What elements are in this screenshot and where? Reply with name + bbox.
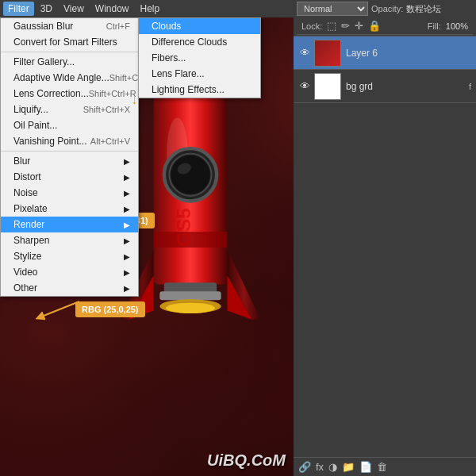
lock-brush-icon[interactable]: ✏ bbox=[341, 20, 350, 32]
filter-separator-1 bbox=[1, 52, 138, 52]
new-group-icon[interactable]: 📁 bbox=[342, 461, 355, 473]
filter-lens-correction[interactable]: Lens Correction... Shift+Ctrl+R bbox=[1, 86, 138, 102]
layer-eye-bggrd[interactable]: 👁 bbox=[298, 80, 311, 93]
svg-point-5 bbox=[171, 155, 210, 194]
lock-row: Lock: ⬚ ✏ ✛ 🔒 Fill: 100% bbox=[297, 17, 473, 35]
adjustment-layer-icon[interactable]: ◑ bbox=[328, 461, 337, 473]
filter-sharpen[interactable]: Sharpen bbox=[1, 232, 138, 248]
menu-filter[interactable]: Filter bbox=[3, 2, 34, 16]
lock-position-icon[interactable]: ✛ bbox=[355, 20, 363, 32]
filter-oil-paint[interactable]: Oil Paint... bbox=[1, 117, 138, 133]
layer-name-layer6: Layer 6 bbox=[346, 48, 378, 59]
render-clouds[interactable]: Clouds bbox=[139, 18, 260, 34]
fx-icon[interactable]: fx bbox=[316, 461, 324, 473]
layer-thumb-bggrd bbox=[314, 73, 341, 100]
filter-separator-2 bbox=[1, 151, 138, 152]
menu-3d[interactable]: 3D bbox=[36, 2, 57, 16]
filter-blur[interactable]: Blur bbox=[1, 153, 138, 169]
svg-rect-10 bbox=[159, 291, 221, 300]
menu-window[interactable]: Window bbox=[90, 2, 134, 16]
opacity-value: 数程论坛 bbox=[406, 3, 441, 15]
layers-panel: Normal Opacity: 数程论坛 Lock: ⬚ ✏ ✛ 🔒 Fill:… bbox=[294, 0, 476, 476]
filter-pixelate[interactable]: Pixelate bbox=[1, 201, 138, 217]
filter-convert-smart[interactable]: Convert for Smart Filters bbox=[1, 34, 138, 50]
layer-item-layer6[interactable]: 👁 Layer 6 bbox=[294, 36, 476, 70]
render-difference-clouds[interactable]: Difference Clouds bbox=[139, 34, 260, 50]
menu-help[interactable]: Help bbox=[136, 2, 165, 16]
panel-bottom-bar: 🔗 fx ◑ 📁 📄 🗑 bbox=[294, 457, 476, 476]
lock-all-icon[interactable]: 🔒 bbox=[368, 20, 381, 32]
svg-point-12 bbox=[166, 303, 215, 313]
render-lighting-effects[interactable]: Lighting Effects... bbox=[139, 82, 260, 98]
filter-noise[interactable]: Noise bbox=[1, 185, 138, 201]
filter-menu: Gaussian Blur Ctrl+F Convert for Smart F… bbox=[0, 17, 139, 297]
render-lens-flare[interactable]: Lens Flare... bbox=[139, 66, 260, 82]
filter-liquify[interactable]: Liquify... Shift+Ctrl+X bbox=[1, 102, 138, 117]
blend-mode-select[interactable]: Normal bbox=[297, 2, 368, 16]
fill-label: Fill: bbox=[428, 21, 441, 31]
filter-distort[interactable]: Distort bbox=[1, 169, 138, 185]
render-arrow-indicator: ↓ bbox=[131, 91, 138, 108]
menu-view[interactable]: View bbox=[59, 2, 89, 16]
panel-topbar: Normal Opacity: 数程论坛 Lock: ⬚ ✏ ✛ 🔒 Fill:… bbox=[294, 0, 476, 36]
fill-value: 100% bbox=[446, 21, 468, 31]
filter-render[interactable]: Render bbox=[1, 217, 138, 232]
callout-rbg2: RBG (25,0,25) bbox=[75, 301, 145, 317]
watermark-bottom: UiBQ.CoM bbox=[207, 451, 286, 470]
blend-row: Normal Opacity: 数程论坛 bbox=[297, 2, 473, 16]
svg-text:GS5: GS5 bbox=[173, 208, 194, 247]
filter-adaptive[interactable]: Adaptive Wide Angle... Shift+Ctrl+A bbox=[1, 70, 138, 86]
layer-thumb-layer6 bbox=[314, 40, 341, 67]
filter-other[interactable]: Other bbox=[1, 280, 138, 296]
lock-transparent-icon[interactable]: ⬚ bbox=[327, 20, 336, 32]
lock-label: Lock: bbox=[301, 21, 322, 31]
layer-eye-layer6[interactable]: 👁 bbox=[298, 47, 311, 60]
filter-gallery[interactable]: Filter Gallery... bbox=[1, 54, 138, 70]
link-layers-icon[interactable]: 🔗 bbox=[298, 461, 311, 473]
delete-layer-icon[interactable]: 🗑 bbox=[377, 461, 387, 473]
filter-video[interactable]: Video bbox=[1, 264, 138, 280]
menubar: Filter 3D View Window Help bbox=[0, 0, 294, 17]
opacity-label: Opacity: bbox=[371, 4, 403, 13]
new-layer-icon[interactable]: 📄 bbox=[359, 461, 372, 473]
filter-stylize[interactable]: Stylize bbox=[1, 248, 138, 264]
render-submenu: Clouds Difference Clouds Fibers... Lens … bbox=[138, 17, 261, 98]
layer-name-bggrd: bg grd bbox=[346, 81, 373, 92]
render-fibers[interactable]: Fibers... bbox=[139, 50, 260, 66]
filter-gaussian-blur[interactable]: Gaussian Blur Ctrl+F bbox=[1, 18, 138, 34]
layer-item-bggrd[interactable]: 👁 bg grd f bbox=[294, 70, 476, 103]
filter-vanishing-point[interactable]: Vanishing Point... Alt+Ctrl+V bbox=[1, 133, 138, 149]
